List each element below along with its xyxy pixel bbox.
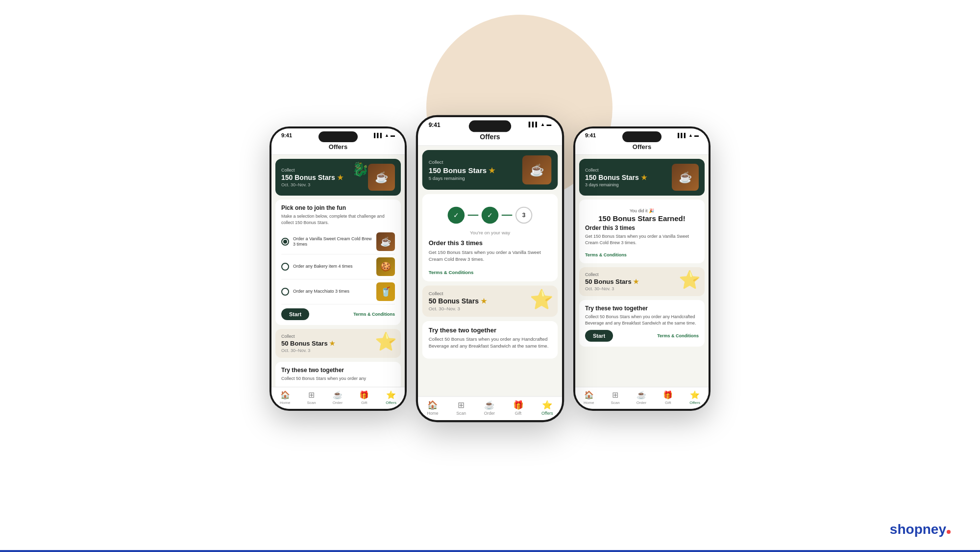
terms-link-1[interactable]: Terms & Conditions (353, 312, 395, 317)
star-decoration-3: ⭐ (679, 270, 701, 290)
nav-offers-3[interactable]: ⭐Offers (689, 390, 700, 405)
terms-link-3a[interactable]: Terms & Conditions (585, 252, 627, 257)
signal-icon-2: ▌▌▌ (529, 122, 539, 127)
battery-icon: ▬ (391, 133, 395, 138)
scan-icon-1: ⊞ (308, 390, 315, 400)
status-time-1: 9:41 (281, 132, 292, 138)
you-did-it-label: You did it 🎉 (585, 208, 699, 213)
dragon-icon: 🐉 (352, 161, 369, 177)
nav-order-2[interactable]: ☕Order (484, 400, 495, 416)
bonus-star-icon-3: ★ (633, 278, 639, 285)
bonus-section-title-3: Try these two together (585, 305, 699, 312)
status-time-2: 9:41 (429, 122, 441, 128)
nav-gift-1[interactable]: 🎁Gift (359, 390, 369, 405)
offers-icon-3: ⭐ (690, 390, 700, 400)
you-did-it-3: You did it 🎉 150 Bonus Stars Earned! (585, 204, 699, 225)
status-bar-2: 9:41 ▌▌▌ ▲ ▬ (418, 117, 562, 130)
option-row-3[interactable]: Order any Macchiato 3 times 🥤 (281, 279, 395, 304)
option-row-1[interactable]: Order a Vanilla Sweet Cream Cold Brew 3 … (281, 229, 395, 254)
radio-btn-1[interactable] (281, 238, 289, 246)
offers-icon-2: ⭐ (542, 400, 553, 410)
offer-remaining-2: 5 days remaining (429, 175, 496, 180)
start-button-3[interactable]: Start (585, 330, 613, 342)
offer-card-green-2: Collect 150 Bonus Stars ★ 5 days remaini… (422, 150, 558, 190)
progress-dot-2: ✓ (482, 207, 499, 224)
star-decoration-2: ⭐ (530, 288, 554, 310)
order-icon-2: ☕ (484, 400, 495, 410)
nav-scan-1[interactable]: ⊞Scan (307, 390, 316, 405)
progress-section-2: ✓ ✓ 3 You're on your way Order this 3 ti… (422, 194, 558, 281)
status-bar-1: 9:41 ▌▌▌ ▲ ▬ (271, 128, 405, 140)
nav-home-3[interactable]: 🏠Home (584, 390, 594, 405)
dynamic-island-2 (469, 121, 511, 132)
phone-content-2: Collect 150 Bonus Stars ★ 5 days remaini… (418, 146, 562, 396)
signal-icon: ▌▌▌ (374, 133, 383, 138)
order-title-2: Order this 3 times (429, 240, 552, 247)
dynamic-island-3 (622, 131, 662, 142)
bonus-star-icon-1: ★ (329, 340, 335, 347)
home-icon-1: 🏠 (280, 390, 290, 400)
wifi-icon-3: ▲ (688, 133, 693, 138)
bonus-card-1: ⭐ Collect 50 Bonus Stars ★ Oct. 30–Nov. … (275, 329, 401, 358)
bonus-section-subtitle-2: Collect 50 Bonus Stars when you order an… (429, 336, 552, 349)
star-icon-1: ★ (337, 174, 343, 181)
bonus-section-1: Try these two together Collect 50 Bonus … (275, 362, 401, 387)
battery-icon-2: ▬ (547, 122, 552, 127)
gift-icon-1: 🎁 (359, 390, 369, 400)
offer-card-image-1: ☕ (368, 164, 395, 191)
offer-card-text-2: Collect 150 Bonus Stars ★ 5 days remaini… (429, 159, 496, 180)
pick-section-1: Pick one to join the fun Make a selectio… (275, 200, 401, 325)
radio-btn-3[interactable] (281, 288, 289, 296)
option-text-2: Order any Bakery item 4 times (293, 264, 372, 270)
nav-offers-1[interactable]: ⭐Offers (386, 390, 396, 405)
phone-content-3: Collect 150 Bonus Stars ★ 3 days remaini… (575, 155, 709, 387)
phone-2: 9:41 ▌▌▌ ▲ ▬ Offers Collect 150 Bonus S (416, 115, 564, 422)
nav-offers-2[interactable]: ⭐Offers (541, 400, 553, 416)
nav-header-3: Offers (575, 140, 709, 155)
offer-card-green-1: Collect 150 Bonus Stars ★ Oct. 30–Nov. 3… (275, 159, 401, 196)
nav-home-1[interactable]: 🏠Home (280, 390, 290, 405)
bonus-section-title-1: Try these two together (281, 367, 395, 374)
battery-icon-3: ▬ (694, 133, 699, 138)
radio-btn-2[interactable] (281, 263, 289, 271)
progress-line-1 (468, 215, 479, 216)
action-row-1: Start Terms & Conditions (281, 308, 395, 320)
bottom-nav-2: 🏠Home ⊞Scan ☕Order 🎁Gift ⭐Offers (418, 396, 562, 420)
status-time-3: 9:41 (585, 132, 596, 138)
scan-icon-2: ⊞ (458, 400, 465, 410)
bonus-section-3: Try these two together Collect 50 Bonus … (579, 300, 705, 347)
earned-title-3: 150 Bonus Stars Earned! (585, 214, 699, 223)
pick-title-1: Pick one to join the fun (281, 204, 395, 211)
bottom-nav-1: 🏠Home ⊞Scan ☕Order 🎁Gift ⭐Offers (271, 387, 405, 409)
collect-label-2: Collect (429, 159, 496, 165)
offer-title-1: 150 Bonus Stars ★ (281, 174, 343, 181)
nav-scan-3[interactable]: ⊞Scan (611, 390, 619, 405)
nav-order-3[interactable]: ☕Order (637, 390, 646, 405)
option-row-2[interactable]: Order any Bakery item 4 times 🍪 (281, 254, 395, 279)
terms-link-2[interactable]: Terms & Conditions (429, 270, 474, 275)
terms-link-3b[interactable]: Terms & Conditions (657, 333, 699, 338)
offer-card-green-3: Collect 150 Bonus Stars ★ 3 days remaini… (579, 159, 705, 196)
phone-3: 9:41 ▌▌▌ ▲ ▬ Offers Collect 150 Bonus S (573, 126, 710, 411)
nav-scan-2[interactable]: ⊞Scan (456, 400, 466, 416)
dynamic-island-1 (318, 131, 358, 142)
bonus-section-subtitle-1: Collect 50 Bonus Stars when you order an… (281, 376, 395, 382)
nav-home-2[interactable]: 🏠Home (427, 400, 439, 416)
nav-order-1[interactable]: ☕Order (333, 390, 343, 405)
nav-gift-2[interactable]: 🎁Gift (513, 400, 524, 416)
option-img-3: 🥤 (376, 282, 395, 301)
progress-line-2 (502, 215, 513, 216)
nav-gift-3[interactable]: 🎁Gift (663, 390, 673, 405)
offer-card-image-3: ☕ (672, 164, 699, 191)
bottom-nav-3: 🏠Home ⊞Scan ☕Order 🎁Gift ⭐Offers (575, 387, 709, 409)
star-decoration-1: ⭐ (375, 331, 397, 352)
progress-dot-1: ✓ (448, 207, 465, 224)
offers-icon-1: ⭐ (386, 390, 396, 400)
bonus-section-title-2: Try these two together (429, 326, 552, 334)
order-subtitle-3: Get 150 Bonus Stars when you order a Van… (585, 233, 699, 246)
collect-label-3: Collect (585, 168, 647, 173)
star-icon-2: ★ (489, 166, 495, 174)
start-button-1[interactable]: Start (281, 308, 309, 320)
star-icon-3: ★ (641, 174, 647, 181)
order-subtitle-2: Get 150 Bonus Stars when you order a Van… (429, 249, 552, 262)
